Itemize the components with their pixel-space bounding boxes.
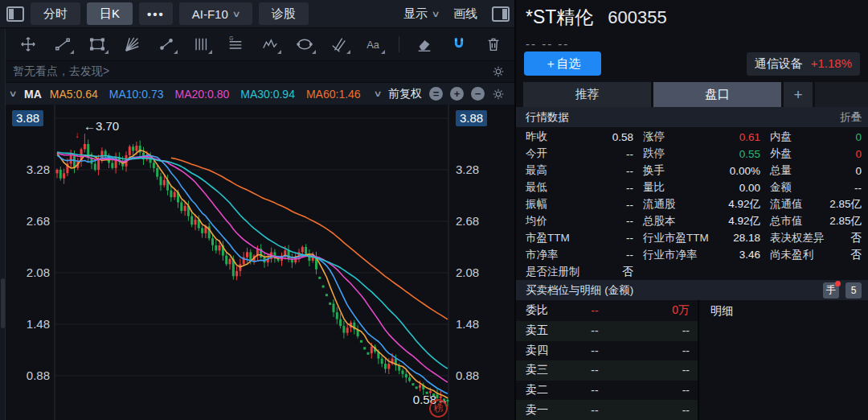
pitchfork-icon[interactable] (330, 35, 349, 54)
orderbook-levels: 委比 -- 0万 卖五----卖四----卖三----卖二----卖一---- (516, 300, 698, 420)
five-level-toggle-icon[interactable]: 5 (845, 282, 862, 299)
sell-level-row-5[interactable]: 卖五---- (516, 321, 698, 341)
trade-detail-column: 明细 (698, 300, 868, 420)
svg-text:Aa: Aa (366, 39, 380, 51)
zoom-in-icon[interactable]: + (450, 87, 464, 101)
sell-price: -- (548, 344, 641, 357)
industry-chip[interactable]: 通信设备 +1.18% (747, 52, 860, 76)
trash-icon[interactable] (484, 35, 503, 54)
y-axis-label-right: 0.88 (456, 368, 479, 384)
sell-level-row-3[interactable]: 卖三---- (516, 360, 698, 381)
sell-level-label: 卖二 (526, 383, 548, 397)
collapse-toggle[interactable]: 折叠 (840, 110, 862, 125)
toolbar-button-2[interactable]: ••• (139, 2, 173, 25)
gear-icon[interactable] (492, 88, 505, 101)
quote-value: 0.55 (665, 148, 760, 160)
sell-price: -- (548, 404, 641, 417)
quote-section-header: 行情数据 折叠 (516, 107, 868, 127)
quote-value: 否 (813, 248, 862, 262)
notification-dot (835, 281, 841, 286)
toolbar-button-1[interactable]: 日K (87, 2, 133, 25)
tab-bar-filler (815, 82, 868, 107)
eraser-icon[interactable] (415, 35, 434, 54)
quote-value: 28.18 (709, 232, 760, 244)
ma-value-0: MA5:0.64 (50, 88, 98, 101)
zoom-reset-icon[interactable]: = (429, 87, 443, 101)
quote-label: 尚未盈利 (770, 248, 813, 262)
sell-level-row-1[interactable]: 卖一---- (516, 400, 698, 420)
collapse-right-panel-icon[interactable] (492, 6, 510, 22)
stock-name: *ST精伦 (526, 5, 593, 30)
quote-cell: 均价-- (526, 214, 633, 229)
quote-value: 0.00 (665, 182, 760, 194)
orderbook-body: 委比 -- 0万 卖五----卖四----卖三----卖二----卖一---- … (516, 300, 868, 420)
quote-label: 金额 (770, 180, 792, 195)
draw-line-menu[interactable]: 画线 (453, 6, 477, 22)
segment-icon[interactable] (157, 35, 176, 54)
quote-value: 2.85亿 (803, 214, 862, 229)
chevron-down-icon[interactable]: ∨ (8, 89, 17, 99)
sell-level-row-4[interactable]: 卖四---- (516, 341, 698, 361)
adjust-mode-selector[interactable]: 前复权 (388, 87, 422, 101)
toolbar-button-3[interactable]: AI-F10∨ (179, 2, 252, 25)
magnet-icon[interactable] (449, 35, 469, 54)
quote-label: 是否注册制 (526, 265, 580, 279)
industry-name: 通信设备 (755, 56, 803, 72)
quote-header-title: 行情数据 (526, 110, 569, 125)
vertical-lines-icon[interactable] (191, 35, 211, 54)
panel-tabs: 推荐盘口+ (516, 82, 868, 107)
sell-amount: -- (641, 324, 690, 337)
collapse-left-panel-icon[interactable] (6, 6, 24, 22)
tab-1[interactable]: 盘口 (653, 82, 781, 107)
vertical-scrollbar[interactable] (1, 278, 5, 328)
ellipse-icon[interactable] (295, 35, 314, 54)
quote-cell: 市净率-- (526, 248, 633, 262)
zoom-out-icon[interactable]: − (471, 87, 485, 101)
crosshair-move-icon[interactable] (18, 35, 38, 54)
quote-value: 0.61 (665, 131, 760, 143)
quote-value: 4.92亿 (676, 197, 761, 212)
hand-lot-toggle-icon[interactable]: 手 (823, 282, 839, 299)
gear-icon[interactable] (492, 65, 505, 78)
rectangle-icon[interactable] (88, 35, 107, 54)
candlestick-canvas[interactable]: ←3.700.58→↓ (0, 105, 514, 420)
quote-row: 今开--跌停0.55外盘0 (526, 146, 862, 163)
left-edge-strip (0, 29, 6, 420)
wave-icon[interactable] (260, 35, 280, 54)
display-menu[interactable]: 显示 ∨ (403, 6, 439, 22)
y-axis-label-left: 1.48 (8, 316, 50, 332)
toolbar-button-0[interactable]: 分时 (31, 2, 80, 25)
add-tab-button[interactable]: + (784, 82, 813, 107)
chevron-down-icon[interactable]: ∨ (373, 89, 382, 99)
sell-levels: 卖五----卖四----卖三----卖二----卖一---- (516, 321, 698, 420)
sell-price: -- (548, 364, 641, 377)
golden-section-icon[interactable]: G (226, 35, 245, 54)
quote-cell: 流通股4.92亿 (643, 197, 760, 212)
quote-row: 最低--量比0.00金额-- (526, 179, 862, 196)
sell-level-label: 卖一 (526, 403, 548, 418)
quote-value: -- (547, 148, 633, 160)
ma-value-3: MA30:0.94 (240, 88, 295, 101)
quote-label: 总市值 (770, 214, 803, 229)
sell-level-row-2[interactable]: 卖二---- (516, 381, 698, 401)
quote-cell: 涨停0.61 (643, 130, 760, 144)
tab-0[interactable]: 推荐 (523, 82, 651, 107)
kline-chart[interactable]: ←3.700.58→↓ 榜 3.883.883.283.282.682.682.… (0, 105, 514, 420)
quote-value: -- (547, 199, 633, 211)
trendline-icon[interactable] (53, 35, 72, 54)
sell-amount: -- (641, 404, 690, 417)
gann-fan-icon[interactable] (122, 35, 141, 54)
quote-row: 市净率--行业市净率3.46尚未盈利否 (526, 246, 862, 263)
quote-label: 今开 (526, 146, 547, 161)
quote-label: 表决权差异 (770, 231, 825, 245)
chevron-down-icon: ∨ (431, 9, 440, 19)
quote-cell: 今开-- (526, 146, 633, 161)
toolbar-button-4[interactable]: 诊股 (259, 2, 309, 25)
quote-cell: 内盘0 (770, 130, 862, 144)
hint-text[interactable]: 暂无看点，去发现> (13, 64, 109, 79)
quote-value: 0 (792, 131, 862, 143)
quote-value: 否 (580, 265, 634, 279)
add-watchlist-button[interactable]: ＋自选 (524, 51, 601, 76)
text-icon[interactable]: Aa (364, 35, 383, 54)
ma-indicator-label[interactable]: MA (24, 88, 42, 101)
